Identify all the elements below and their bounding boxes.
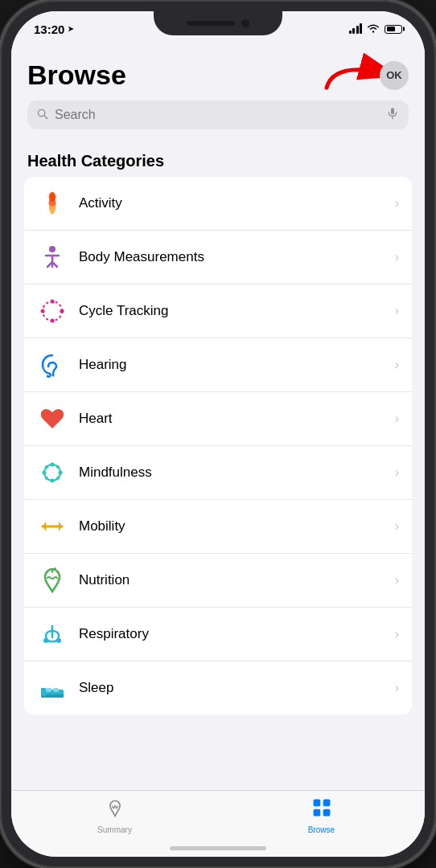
svg-rect-3: [391, 108, 394, 114]
mindfulness-icon: [37, 457, 68, 488]
category-name: Mindfulness: [79, 465, 395, 481]
phone-frame: 13:20 ➤: [0, 0, 436, 868]
tab-browse[interactable]: Browse: [218, 797, 425, 834]
search-bar[interactable]: [27, 100, 409, 129]
signal-icon: [349, 24, 363, 34]
chevron-icon: ›: [395, 250, 399, 264]
body-measurements-icon: [37, 242, 68, 272]
camera: [241, 19, 249, 27]
list-item[interactable]: Mindfulness ›: [24, 446, 412, 500]
status-time: 13:20 ➤: [34, 23, 74, 36]
svg-point-32: [43, 638, 48, 643]
chevron-icon: ›: [395, 573, 399, 588]
chevron-icon: ›: [395, 358, 399, 372]
svg-point-19: [51, 463, 55, 467]
browse-icon: [311, 797, 332, 823]
location-arrow-icon: ➤: [68, 25, 74, 33]
svg-rect-36: [41, 688, 46, 696]
category-name: Respiratory: [79, 626, 395, 642]
svg-rect-41: [323, 800, 330, 807]
tab-summary-label: Summary: [97, 825, 132, 834]
list-item[interactable]: Mobility ›: [24, 500, 412, 554]
svg-point-17: [52, 375, 55, 377]
svg-point-22: [59, 471, 63, 475]
list-item[interactable]: Hearing ›: [24, 338, 412, 392]
chevron-icon: ›: [395, 196, 399, 211]
list-item[interactable]: Sleep ›: [24, 661, 412, 714]
list-item[interactable]: Activity ›: [24, 177, 412, 231]
svg-line-2: [44, 116, 47, 119]
svg-rect-43: [323, 809, 330, 817]
category-name: Nutrition: [79, 572, 395, 588]
list-item[interactable]: Respiratory ›: [24, 608, 412, 661]
tab-bar: Summary Browse: [11, 790, 425, 857]
page-title: Browse: [27, 59, 126, 91]
svg-point-26: [56, 477, 60, 480]
cycle-tracking-icon: [37, 296, 68, 326]
search-icon: [37, 108, 48, 122]
home-indicator: [170, 846, 266, 850]
svg-point-13: [51, 300, 55, 304]
category-name: Heart: [79, 411, 395, 427]
categories-list: Activity › Body Measurements: [24, 177, 412, 714]
speaker: [187, 21, 235, 26]
activity-icon: [37, 188, 68, 219]
chevron-icon: ›: [395, 519, 399, 534]
hearing-icon: [37, 350, 68, 380]
category-name: Cycle Tracking: [79, 303, 395, 319]
category-name: Hearing: [79, 357, 395, 373]
notch: [154, 11, 282, 35]
svg-point-12: [43, 301, 62, 321]
svg-point-25: [45, 477, 48, 480]
status-bar: 13:20 ➤: [11, 11, 425, 47]
status-icons: [349, 23, 403, 35]
battery-icon: [385, 25, 402, 34]
svg-point-21: [43, 471, 47, 475]
svg-marker-28: [59, 522, 62, 531]
chevron-icon: ›: [395, 304, 399, 318]
svg-point-24: [56, 465, 60, 469]
category-name: Mobility: [79, 518, 395, 534]
search-input[interactable]: [55, 108, 380, 122]
chevron-icon: ›: [395, 681, 399, 695]
ok-button[interactable]: OK: [380, 61, 409, 90]
svg-marker-29: [43, 522, 46, 531]
heart-icon: [37, 403, 68, 434]
screen: 13:20 ➤: [11, 11, 425, 857]
category-name: Body Measurements: [79, 249, 395, 265]
svg-point-16: [41, 309, 45, 313]
section-header: Health Categories: [11, 136, 425, 177]
mobility-icon: [37, 511, 68, 542]
header-section: Browse OK: [11, 47, 425, 136]
list-item[interactable]: Nutrition ›: [24, 554, 412, 608]
nutrition-icon: [37, 565, 68, 596]
chevron-icon: ›: [395, 465, 399, 480]
svg-rect-38: [46, 688, 51, 692]
wifi-icon: [367, 23, 380, 35]
svg-point-7: [49, 246, 56, 252]
category-name: Sleep: [79, 680, 395, 696]
mic-icon[interactable]: [386, 107, 399, 123]
svg-point-1: [38, 109, 44, 116]
main-content: Browse OK: [11, 47, 425, 790]
svg-point-20: [51, 479, 55, 483]
svg-point-14: [60, 309, 64, 313]
svg-point-6: [49, 192, 56, 202]
tab-browse-label: Browse: [308, 825, 335, 834]
respiratory-icon: [37, 619, 68, 649]
sleep-icon: [37, 673, 68, 703]
summary-icon: [105, 797, 125, 823]
tab-summary[interactable]: Summary: [11, 797, 218, 834]
header-row: Browse OK: [27, 59, 409, 91]
svg-point-23: [45, 465, 48, 469]
list-item[interactable]: Cycle Tracking ›: [24, 285, 412, 338]
chevron-icon: ›: [395, 627, 399, 641]
chevron-icon: ›: [395, 411, 399, 426]
svg-rect-42: [313, 809, 320, 817]
svg-rect-40: [313, 800, 320, 807]
svg-point-33: [56, 638, 61, 643]
list-item[interactable]: Heart ›: [24, 392, 412, 446]
svg-point-15: [51, 319, 55, 323]
list-item[interactable]: Body Measurements ›: [24, 231, 412, 285]
category-name: Activity: [79, 195, 395, 211]
